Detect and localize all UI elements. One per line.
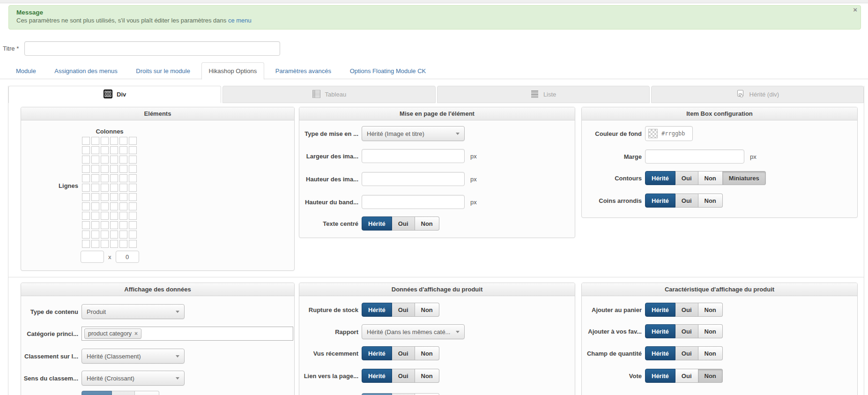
grid-checkbox[interactable] xyxy=(91,221,99,229)
oui-button[interactable]: Oui xyxy=(675,194,698,208)
non-button[interactable]: Non xyxy=(415,303,439,317)
grid-checkbox[interactable] xyxy=(82,184,90,192)
grid-checkbox[interactable] xyxy=(119,202,127,210)
grid-checkbox[interactable] xyxy=(82,165,90,173)
oui-button[interactable]: Oui xyxy=(392,369,415,383)
bg-color-input[interactable] xyxy=(660,130,690,137)
herite-button[interactable]: Hérité xyxy=(362,369,392,383)
grid-checkbox[interactable] xyxy=(101,231,109,238)
grid-checkbox[interactable] xyxy=(101,156,109,164)
margin-input[interactable] xyxy=(645,149,744,164)
grid-checkbox[interactable] xyxy=(129,212,137,220)
grid-checkbox[interactable] xyxy=(91,193,99,201)
non-button[interactable]: Non xyxy=(698,369,723,383)
grid-checkbox[interactable] xyxy=(129,240,137,248)
tab-hikashop-options[interactable]: Hikashop Options xyxy=(201,62,265,80)
transparency-swatch-icon[interactable] xyxy=(648,129,658,138)
grid-checkbox[interactable] xyxy=(110,174,118,182)
herite-button[interactable]: Hérité xyxy=(362,393,392,395)
grid-checkbox[interactable] xyxy=(82,240,90,248)
tab-advanced[interactable]: Paramètres avancés xyxy=(268,62,339,80)
non-button[interactable]: Non xyxy=(415,393,439,395)
content-type-select[interactable]: Produit xyxy=(82,304,185,319)
remove-tag-icon[interactable]: × xyxy=(134,330,138,337)
band-height-input[interactable] xyxy=(362,195,465,209)
grid-checkbox[interactable] xyxy=(119,221,127,229)
oui-button[interactable]: Oui xyxy=(675,324,698,338)
herite-button[interactable]: Hérité xyxy=(645,324,675,338)
grid-checkbox[interactable] xyxy=(101,184,109,192)
title-input[interactable] xyxy=(24,41,280,56)
report-select[interactable]: Hérité (Dans les mêmes caté... xyxy=(362,324,465,339)
image-width-input[interactable] xyxy=(362,149,465,163)
grid-checkbox[interactable] xyxy=(119,137,127,145)
grid-checkbox[interactable] xyxy=(82,202,90,210)
herite-button[interactable]: Hérité xyxy=(362,216,392,231)
grid-checkbox[interactable] xyxy=(110,221,118,229)
grid-checkbox[interactable] xyxy=(119,156,127,164)
oui-button[interactable]: Oui xyxy=(675,303,698,317)
grid-checkbox[interactable] xyxy=(119,184,127,192)
herite-button[interactable]: Hérité xyxy=(82,391,112,395)
tab-tableau[interactable]: Tableau xyxy=(223,86,435,103)
grid-checkbox[interactable] xyxy=(110,156,118,164)
grid-checkbox[interactable] xyxy=(91,174,99,182)
oui-button[interactable]: Oui xyxy=(675,346,698,360)
grid-checkbox[interactable] xyxy=(119,231,127,238)
grid-checkbox[interactable] xyxy=(82,221,90,229)
grid-checkbox[interactable] xyxy=(91,231,99,238)
grid-checkbox[interactable] xyxy=(129,137,137,145)
grid-checkbox[interactable] xyxy=(110,202,118,210)
oui-button[interactable]: Oui xyxy=(675,369,698,383)
grid-checkbox[interactable] xyxy=(101,202,109,210)
grid-checkbox[interactable] xyxy=(119,193,127,201)
image-height-input[interactable] xyxy=(362,172,465,186)
grid-checkbox[interactable] xyxy=(101,212,109,220)
tab-liste[interactable]: Liste xyxy=(437,86,650,103)
oui-button[interactable]: Oui xyxy=(392,346,415,360)
grid-checkbox[interactable] xyxy=(129,193,137,201)
grid-checkbox[interactable] xyxy=(129,165,137,173)
grid-checkbox[interactable] xyxy=(91,212,99,220)
close-icon[interactable]: × xyxy=(853,6,857,13)
grid-checkbox[interactable] xyxy=(110,193,118,201)
non-button[interactable]: Non xyxy=(135,391,159,395)
grid-checkbox[interactable] xyxy=(82,212,90,220)
oui-button[interactable]: Oui xyxy=(392,393,415,395)
tab-module[interactable]: Module xyxy=(8,62,44,80)
category-tag-input[interactable]: product category × xyxy=(82,327,293,341)
herite-button[interactable]: Hérité xyxy=(362,303,392,317)
non-button[interactable]: Non xyxy=(415,369,439,383)
oui-button[interactable]: Oui xyxy=(392,216,415,231)
ordering-select[interactable]: Hérité (Classement) xyxy=(82,349,185,364)
non-button[interactable]: Non xyxy=(698,324,723,338)
miniatures-button[interactable]: Miniatures xyxy=(723,171,766,185)
columns-count-input[interactable] xyxy=(81,251,104,263)
grid-checkbox[interactable] xyxy=(101,146,109,154)
grid-checkbox[interactable] xyxy=(82,193,90,201)
grid-checkbox[interactable] xyxy=(101,193,109,201)
grid-checkbox[interactable] xyxy=(101,137,109,145)
non-button[interactable]: Non xyxy=(698,346,723,360)
grid-checkbox[interactable] xyxy=(129,202,137,210)
grid-checkbox[interactable] xyxy=(119,146,127,154)
grid-checkbox[interactable] xyxy=(110,146,118,154)
non-button[interactable]: Non xyxy=(415,216,439,231)
grid-checkbox[interactable] xyxy=(129,174,137,182)
grid-checkbox[interactable] xyxy=(110,184,118,192)
non-button[interactable]: Non xyxy=(698,303,723,317)
grid-checkbox[interactable] xyxy=(91,165,99,173)
grid-checkbox[interactable] xyxy=(82,137,90,145)
grid-checkbox[interactable] xyxy=(119,212,127,220)
grid-checkbox[interactable] xyxy=(110,165,118,173)
grid-checkbox[interactable] xyxy=(82,146,90,154)
grid-checkbox[interactable] xyxy=(82,231,90,238)
oui-button[interactable]: Oui xyxy=(112,391,135,395)
herite-button[interactable]: Hérité xyxy=(645,303,675,317)
grid-checkbox[interactable] xyxy=(110,231,118,238)
grid-checkbox[interactable] xyxy=(91,146,99,154)
order-direction-select[interactable]: Hérité (Croissant) xyxy=(82,371,185,386)
grid-checkbox[interactable] xyxy=(82,156,90,164)
grid-checkbox[interactable] xyxy=(82,174,90,182)
grid-checkbox[interactable] xyxy=(101,240,109,248)
